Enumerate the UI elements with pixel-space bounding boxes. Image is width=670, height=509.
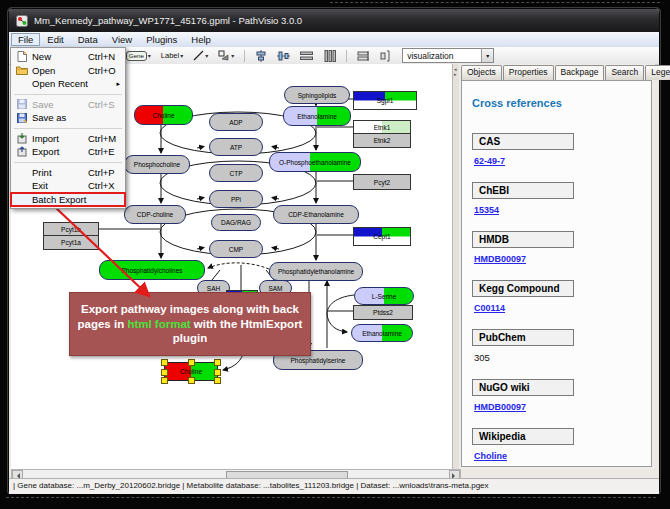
menu-item-print[interactable]: Print Ctrl+P [11, 166, 125, 180]
menu-edit[interactable]: Edit [40, 33, 70, 46]
crossref-link[interactable]: Choline [474, 451, 507, 461]
node-choline-selected[interactable]: Choline [164, 362, 218, 381]
node-phosphocholine[interactable]: Phosphocholine [124, 155, 190, 174]
gene-node-ptdss2[interactable]: Ptdss2 [353, 305, 413, 320]
node-adp[interactable]: ADP [209, 113, 263, 131]
add-label-button[interactable]: Label ▾ [158, 49, 186, 62]
selection-handle[interactable] [214, 377, 221, 384]
menu-plugins[interactable]: Plugins [139, 33, 184, 46]
menu-item-label: Save [29, 99, 88, 110]
label-tool-text: Label [161, 51, 179, 60]
annotation-callout: Export pathway images along with back pa… [69, 292, 311, 356]
selection-handle[interactable] [188, 359, 195, 366]
window-title: Mm_Kennedy_pathway_WP1771_45176.gpml - P… [34, 15, 302, 26]
file-menu-dropdown: New Ctrl+N Open Ctrl+O Open Recent ▸ Sav… [10, 47, 126, 209]
menu-help[interactable]: Help [184, 33, 218, 46]
visualization-combobox[interactable]: visualization ▾ [402, 48, 494, 63]
selection-handle[interactable] [161, 359, 168, 366]
menu-item-shortcut: Ctrl+S [88, 99, 122, 110]
gene-node-cept1[interactable]: Cept1 [353, 227, 411, 246]
menu-item-label: Open [29, 65, 88, 76]
distribute-vertical-button[interactable] [320, 48, 339, 64]
chevron-down-icon[interactable]: ▾ [148, 52, 151, 59]
stack-icon [357, 50, 369, 62]
selection-handle[interactable] [214, 359, 221, 366]
add-datanode-button[interactable]: Gene ▾ [123, 49, 154, 63]
node-ethanolamine[interactable]: Ethanolamine [283, 106, 351, 126]
crossref-section-title: Wikipedia [472, 428, 574, 445]
menu-item-exit[interactable]: Exit Ctrl+X [11, 179, 125, 193]
menu-item-export[interactable]: Export Ctrl+E [11, 145, 125, 159]
menu-data[interactable]: Data [71, 33, 105, 46]
chevron-down-icon[interactable]: ▾ [481, 49, 493, 62]
menu-item-save: Save Ctrl+S [11, 98, 125, 112]
selection-handle[interactable] [161, 369, 168, 376]
node-dag[interactable]: DAG/RAG [211, 214, 261, 231]
node-cmp[interactable]: CMP [209, 240, 263, 258]
tab-search[interactable]: Search [605, 65, 644, 80]
node-o-phosphoethanolamine[interactable]: O-Phosphoethanolamine [269, 152, 361, 172]
crossref-link[interactable]: HMDB00097 [474, 402, 526, 412]
draw-line-button[interactable]: ▾ [190, 48, 211, 63]
crossref-link[interactable]: C00114 [474, 303, 505, 313]
node-ppi[interactable]: PPi [209, 190, 263, 208]
node-phosphatidylethanolamine[interactable]: Phosphatidylethanolamine [269, 262, 363, 281]
crossref-section-title: Kegg Compound [472, 280, 574, 297]
toolbar-separator [244, 50, 245, 62]
crossref-link[interactable]: HMDB00097 [474, 254, 526, 264]
gene-node-pcyt1a[interactable]: Pcyt1a [43, 235, 99, 250]
new-document-icon [14, 51, 29, 62]
selection-handle[interactable] [188, 377, 195, 384]
align-center-y-button[interactable] [274, 48, 293, 64]
callout-text-part2: with the HtmlExport plugin [173, 318, 303, 344]
menu-item-import[interactable]: Import Ctrl+M [11, 132, 125, 146]
node-atp[interactable]: ATP [209, 138, 263, 156]
tab-objects[interactable]: Objects [461, 65, 502, 80]
selection-handle[interactable] [161, 377, 168, 384]
gene-node-pcyt2[interactable]: Pcyt2 [353, 174, 411, 190]
draw-shape-button[interactable]: ▾ [215, 48, 237, 63]
title-bar[interactable]: Mm_Kennedy_pathway_WP1771_45176.gpml - P… [9, 9, 659, 32]
gene-node-etnk2[interactable]: Etnk2 [353, 133, 411, 148]
menu-item-open-recent[interactable]: Open Recent ▸ [11, 77, 125, 91]
stack-vertical-button[interactable] [376, 48, 394, 64]
node-ctp[interactable]: CTP [209, 164, 263, 182]
splitter-collapse-icon[interactable]: ◂▸ [454, 67, 457, 77]
gene-node-sgpl1[interactable]: Sgpl1 [353, 91, 417, 110]
distribute-horizontal-button[interactable] [297, 48, 316, 64]
backpage-panel: Cross references CAS 62-49-7 ChEBI 15354… [461, 80, 652, 467]
menu-item-new[interactable]: New Ctrl+N [11, 50, 125, 64]
tab-properties[interactable]: Properties [503, 65, 554, 80]
node-cdp-choline[interactable]: CDP-choline [124, 205, 186, 224]
tab-backpage[interactable]: Backpage [555, 65, 605, 80]
crossref-link[interactable]: 62-49-7 [474, 156, 505, 166]
node-ethanolamine-bottom[interactable]: Ethanolamine [351, 324, 413, 342]
chevron-down-icon[interactable]: ▾ [205, 52, 208, 59]
menu-view[interactable]: View [105, 33, 139, 46]
stack-horizontal-button[interactable] [354, 48, 372, 64]
node-choline-top[interactable]: Choline [134, 105, 193, 125]
menu-item-open[interactable]: Open Ctrl+O [11, 64, 125, 78]
node-phosphatidylcholines[interactable]: Phosphatidylcholines [99, 260, 205, 280]
menu-item-batch-export[interactable]: Batch Export [11, 193, 125, 207]
node-label: Choline [180, 368, 202, 375]
align-center-x-button[interactable] [252, 48, 270, 64]
crossref-link[interactable]: 15354 [474, 205, 499, 215]
crossref-section-title: PubChem [472, 329, 574, 346]
tab-legend[interactable]: Legend [645, 65, 670, 80]
chevron-down-icon[interactable]: ▾ [180, 52, 183, 59]
node-l-serine[interactable]: L-Serine [354, 287, 414, 305]
chevron-down-icon[interactable]: ▾ [231, 52, 234, 59]
align-center-horizontal-icon [255, 50, 267, 62]
menu-separator [14, 128, 122, 129]
node-sphingolipids[interactable]: Sphingolipids [284, 86, 350, 104]
menu-file[interactable]: File [11, 33, 40, 46]
app-logo-icon [16, 15, 28, 27]
side-panel-tabs: Objects Properties Backpage Search Legen… [459, 64, 655, 80]
menu-bar: File Edit Data View Plugins Help [9, 32, 659, 47]
menu-item-save-as[interactable]: Save as [11, 111, 125, 125]
crossref-header: Cross references [472, 97, 643, 109]
selection-handle[interactable] [214, 369, 221, 376]
toolbar-separator [346, 50, 347, 62]
node-cdp-ethanolamine[interactable]: CDP-Ethanolamine [273, 205, 359, 224]
